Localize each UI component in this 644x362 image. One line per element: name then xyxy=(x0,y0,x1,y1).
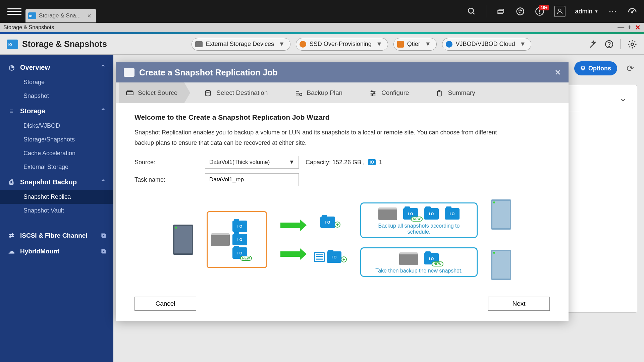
settings-icon[interactable] xyxy=(627,39,637,49)
gear-icon: ⚙ xyxy=(580,65,586,72)
disk-icon xyxy=(378,207,397,220)
tab-close-icon[interactable]: × xyxy=(87,12,91,20)
page-title: Storage & Snapshots xyxy=(7,39,107,49)
clipboard-icon xyxy=(436,89,444,96)
storage-app-icon xyxy=(7,40,18,49)
sidebar-item-snapshot[interactable]: Snapshot xyxy=(0,89,113,103)
search-icon[interactable] xyxy=(467,6,477,16)
snapshot-new-icon: I ONEW xyxy=(232,247,247,259)
schedule-icon xyxy=(294,89,303,96)
external-storage-dropdown[interactable]: External Storage Devices▼ xyxy=(192,38,290,51)
step-backup-plan[interactable]: Backup Plan xyxy=(288,82,349,103)
link-icon: ⇄ xyxy=(7,232,15,239)
wizard-description: Snapshot Replication enables you to back… xyxy=(135,127,503,148)
sidebar-item-vault[interactable]: Snapshot Vault xyxy=(0,204,113,218)
dest-nas-icon xyxy=(491,250,511,280)
disk-icon xyxy=(126,89,134,96)
vjbod-dropdown[interactable]: VJBOD/VJBOD Cloud▼ xyxy=(442,38,532,51)
svg-point-8 xyxy=(632,12,633,13)
sidebar-link-hybrid[interactable]: ☁HybridMount⧉ xyxy=(0,243,113,259)
next-button[interactable]: Next xyxy=(488,297,550,311)
more-icon[interactable]: ⋮ xyxy=(608,6,618,16)
step-select-destination[interactable]: Select Destination xyxy=(198,82,274,103)
notif-badge: 10+ xyxy=(539,5,549,10)
replication-diagram: I O I O I ONEW I O+ I O+ I ONEW I O xyxy=(135,196,550,283)
snapshot-icon: I O xyxy=(232,221,247,232)
dest-caption-2: Take then backup the new snapshot. xyxy=(375,268,463,274)
sidebar-section-overview[interactable]: ◔Overview⌃ xyxy=(0,59,113,75)
cancel-button[interactable]: Cancel xyxy=(135,297,196,311)
help-icon[interactable] xyxy=(605,40,613,49)
svg-point-6 xyxy=(559,9,561,11)
plus-icon: + xyxy=(341,256,347,262)
sidebar-item-disks[interactable]: Disks/VJBOD xyxy=(0,119,113,133)
options-button[interactable]: ⚙Options xyxy=(574,61,617,75)
svg-point-21 xyxy=(371,91,373,92)
maximize-icon[interactable]: + xyxy=(628,23,632,32)
qtier-dropdown[interactable]: Qtier▼ xyxy=(393,38,437,51)
top-bar: Storage & Sna... × 10+ admin ▼ ⋮ xyxy=(0,0,644,23)
minimize-icon[interactable]: — xyxy=(618,23,624,32)
sidebar-section-storage[interactable]: ≡Storage⌃ xyxy=(0,103,113,119)
svg-line-1 xyxy=(473,12,475,14)
cylinder-icon xyxy=(204,89,212,96)
hamburger-button[interactable] xyxy=(7,4,21,18)
dest-box-new: I ONEW Take then backup the new snapshot… xyxy=(360,247,478,277)
task-name-input[interactable] xyxy=(205,173,299,186)
sidebar-item-storagesnap[interactable]: Storage/Snapshots xyxy=(0,133,113,146)
calendar-icon xyxy=(314,252,325,262)
arrow-icon xyxy=(280,251,301,257)
sidebar-item-external[interactable]: External Storage xyxy=(0,160,113,174)
wizard-icon[interactable] xyxy=(589,40,598,49)
step-select-source[interactable]: Select Source xyxy=(119,82,184,103)
task-name-label: Task name: xyxy=(135,176,205,183)
app-toolbar: Storage & Snapshots External Storage Dev… xyxy=(0,34,644,55)
notifications-icon[interactable]: 10+ xyxy=(535,6,545,16)
close-icon[interactable]: ✕ xyxy=(635,23,641,32)
capacity-text: Capacity: 152.26 GB , IO 1 xyxy=(306,159,382,166)
app-tab[interactable]: Storage & Sna... × xyxy=(25,9,96,22)
svg-point-10 xyxy=(609,46,609,47)
modal-title: Create a Snapshot Replication Job xyxy=(139,68,278,77)
dest-box-all: I ONEW I O I O Backup all snapshots acco… xyxy=(360,202,478,238)
replication-icon xyxy=(124,68,135,77)
source-box: I O I O I ONEW xyxy=(207,211,267,268)
sidebar-link-iscsi[interactable]: ⇄iSCSI & Fibre Channel⧉ xyxy=(0,228,113,243)
gauge-icon: ◔ xyxy=(7,63,15,71)
ssd-dropdown[interactable]: SSD Over-Provisioning▼ xyxy=(296,38,388,51)
create-replication-modal: Create a Snapshot Replication Job × Sele… xyxy=(116,62,569,321)
source-select[interactable]: DataVol1(Thick volume)▼ xyxy=(205,156,299,169)
user-menu[interactable]: admin ▼ xyxy=(575,8,598,15)
chevron-up-icon: ⌃ xyxy=(100,178,106,186)
snapshot-icon: I O xyxy=(232,234,247,245)
window-titlebar: Storage & Snapshots — + ✕ xyxy=(0,23,644,32)
chevron-down-icon[interactable]: ⌄ xyxy=(619,93,627,104)
step-configure[interactable]: Configure xyxy=(363,82,416,103)
chevron-up-icon: ⌃ xyxy=(100,107,106,115)
volume-icon[interactable] xyxy=(496,6,506,16)
sidebar-item-replica[interactable]: Snapshot Replica xyxy=(0,190,113,204)
modal-close-icon[interactable]: × xyxy=(555,67,560,78)
svg-point-22 xyxy=(374,93,375,94)
sliders-icon xyxy=(369,89,377,96)
source-label: Source: xyxy=(135,159,205,166)
sidebar-item-storage[interactable]: Storage xyxy=(0,75,113,89)
dashboard-icon[interactable] xyxy=(627,6,637,16)
sidebar-section-snapshot-backup[interactable]: ⎙Snapshot Backup⌃ xyxy=(0,174,113,190)
step-summary[interactable]: Summary xyxy=(429,82,482,103)
snapshot-icon: I O xyxy=(424,208,439,220)
refresh-icon[interactable]: ⟳ xyxy=(627,63,634,74)
dest-nas-icon xyxy=(491,199,511,230)
sidebar-item-cache[interactable]: Cache Acceleration xyxy=(0,146,113,160)
disk-icon xyxy=(399,252,418,265)
external-link-icon: ⧉ xyxy=(101,232,106,239)
svg-point-11 xyxy=(631,43,634,46)
source-nas-icon xyxy=(173,225,193,255)
plus-icon: + xyxy=(334,222,340,228)
user-icon[interactable] xyxy=(554,6,566,17)
database-icon: ≡ xyxy=(7,107,15,115)
snapshot-new-icon: I ONEW xyxy=(424,253,439,264)
sync-icon[interactable] xyxy=(515,6,525,16)
dest-caption-1: Backup all snapshots according to schedu… xyxy=(367,223,471,235)
svg-rect-12 xyxy=(126,92,133,95)
